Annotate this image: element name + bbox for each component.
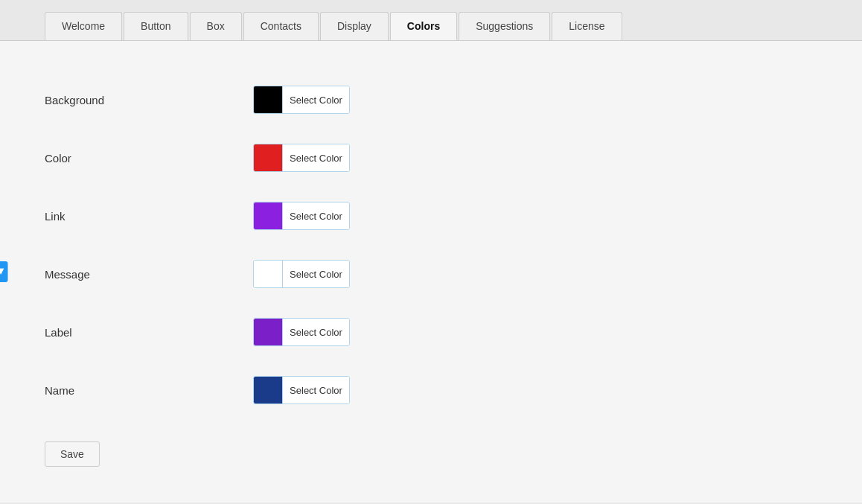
color-picker-btn-background[interactable]: Select Color [253,86,350,114]
color-row-background: BackgroundSelect Color [45,71,817,129]
color-btn-text-color: Select Color [282,144,349,171]
color-picker-btn-message[interactable]: Select Color [253,260,350,288]
color-picker-btn-name[interactable]: Select Color [253,376,350,404]
color-row-link: LinkSelect Color [45,187,817,245]
color-row-name: NameSelect Color [45,361,817,419]
color-label-label: Label [45,326,253,339]
color-swatch-link [254,202,282,230]
color-picker-btn-link[interactable]: Select Color [253,202,350,230]
color-btn-text-label: Select Color [282,319,349,345]
color-swatch-background [254,86,282,114]
color-swatch-name [254,377,282,404]
color-row-label: LabelSelect Color [45,303,817,361]
color-row-color: ColorSelect Color [45,129,817,187]
tab-welcome[interactable]: Welcome [45,12,122,40]
save-button[interactable]: Save [45,441,100,467]
side-tab[interactable]: ◀ [0,261,8,282]
save-area: Save [45,441,817,467]
color-btn-text-background: Select Color [282,86,349,113]
color-row-message: MessageSelect Color [45,245,817,303]
color-label-background: Background [45,94,253,106]
tab-box[interactable]: Box [190,12,242,40]
color-picker-btn-color[interactable]: Select Color [253,144,350,172]
color-label-color: Color [45,152,253,165]
tab-button[interactable]: Button [124,12,188,40]
color-label-link: Link [45,210,253,223]
color-label-name: Name [45,384,253,397]
color-picker-btn-label[interactable]: Select Color [253,318,350,346]
tab-colors[interactable]: Colors [390,12,457,40]
tab-license[interactable]: License [552,12,622,40]
tab-contacts[interactable]: Contacts [243,12,319,40]
main-content: ◀ BackgroundSelect ColorColorSelect Colo… [0,41,862,503]
tab-bar: WelcomeButtonBoxContactsDisplayColorsSug… [0,0,862,41]
color-btn-text-message: Select Color [282,261,349,287]
color-swatch-message [254,261,282,288]
tab-suggestions[interactable]: Suggestions [459,12,550,40]
color-rows-container: BackgroundSelect ColorColorSelect ColorL… [45,71,817,419]
color-btn-text-link: Select Color [282,202,349,229]
color-label-message: Message [45,268,253,281]
color-swatch-color [254,144,282,172]
color-btn-text-name: Select Color [282,377,349,403]
color-swatch-label [254,319,282,346]
tab-display[interactable]: Display [320,12,389,40]
